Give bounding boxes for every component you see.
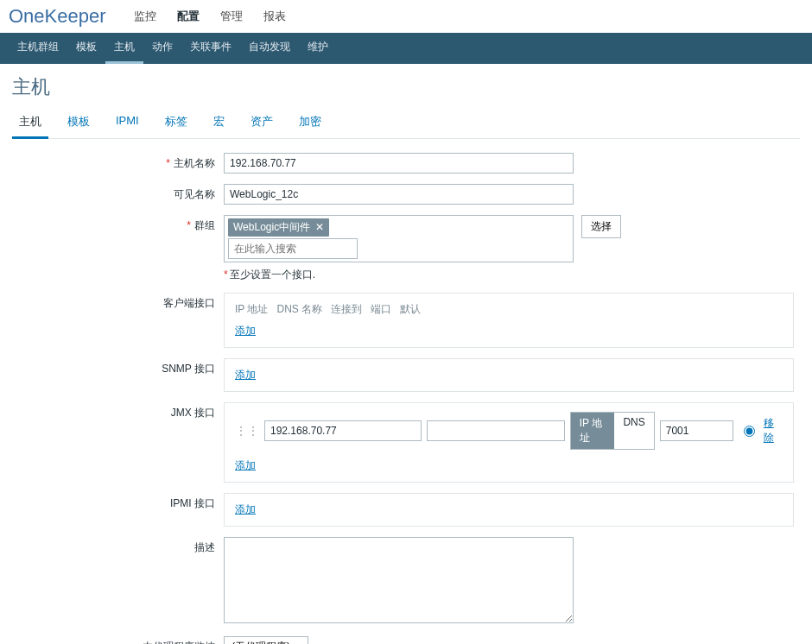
top-menu: 监控 配置 管理 报表	[124, 3, 296, 29]
menu-manage[interactable]: 管理	[210, 3, 253, 29]
page-title: 主机	[0, 64, 812, 107]
label-client-iface: 客户端接口	[12, 293, 224, 311]
subnav-event[interactable]: 关联事件	[181, 33, 240, 64]
visiblename-input[interactable]	[224, 184, 574, 205]
client-iface-panel: IP 地址DNS 名称连接到端口默认 添加	[224, 293, 794, 348]
label-group: *群组	[12, 215, 224, 233]
jmx-iface-add[interactable]: 添加	[235, 459, 256, 471]
jmx-default-radio[interactable]	[744, 426, 755, 437]
tab-template[interactable]: 模板	[60, 107, 97, 138]
subnav-maintain[interactable]: 维护	[299, 33, 337, 64]
description-textarea[interactable]	[224, 537, 574, 623]
subnav-template[interactable]: 模板	[67, 33, 105, 64]
label-snmp-iface: SNMP 接口	[12, 358, 224, 376]
tabs: 主机 模板 IPMI 标签 宏 资产 加密	[12, 107, 800, 139]
group-search-input[interactable]	[228, 238, 358, 259]
ipmi-iface-add[interactable]: 添加	[235, 503, 256, 515]
jmx-iface-panel: ⋮⋮ IP 地址 DNS 移除 添加	[224, 402, 794, 483]
jmx-ip-input[interactable]	[264, 420, 422, 441]
label-visiblename: 可见名称	[12, 184, 224, 202]
menu-config[interactable]: 配置	[167, 3, 210, 29]
label-proxy: 由代理程序监控	[12, 636, 224, 644]
label-ipmi-iface: IPMI 接口	[12, 493, 224, 511]
jmx-row: ⋮⋮ IP 地址 DNS 移除	[235, 412, 783, 450]
jmx-remove-link[interactable]: 移除	[764, 416, 783, 445]
jmx-dns-input[interactable]	[427, 420, 565, 441]
group-tag: WebLogic中间件✕	[228, 218, 329, 237]
tab-host[interactable]: 主机	[12, 107, 48, 139]
connect-toggle: IP 地址 DNS	[570, 412, 655, 450]
subnav-action[interactable]: 动作	[143, 33, 181, 64]
label-jmx-iface: JMX 接口	[12, 402, 224, 420]
tab-macro[interactable]: 宏	[206, 107, 232, 138]
subnav-hostgroup[interactable]: 主机群组	[9, 33, 67, 64]
subnav-discovery[interactable]: 自动发现	[240, 33, 299, 64]
sub-nav: 主机群组 模板 主机 动作 关联事件 自动发现 维护	[0, 33, 812, 64]
toggle-ip[interactable]: IP 地址	[571, 413, 615, 449]
hostname-input[interactable]	[224, 153, 574, 174]
tab-asset[interactable]: 资产	[244, 107, 280, 138]
interface-warning: *至少设置一个接口.	[224, 268, 794, 282]
menu-monitor[interactable]: 监控	[124, 3, 167, 29]
snmp-iface-add[interactable]: 添加	[235, 369, 256, 381]
group-tagbox[interactable]: WebLogic中间件✕	[224, 215, 574, 262]
tab-ipmi[interactable]: IPMI	[109, 107, 146, 138]
proxy-select[interactable]: (无代理程序)	[224, 636, 308, 644]
subnav-host[interactable]: 主机	[105, 33, 143, 64]
client-iface-add[interactable]: 添加	[235, 325, 256, 337]
label-hostname: *主机名称	[12, 153, 224, 171]
label-description: 描述	[12, 537, 224, 555]
iface-header: IP 地址DNS 名称连接到端口默认	[235, 302, 783, 317]
snmp-iface-panel: 添加	[224, 358, 794, 392]
drag-handle-icon[interactable]: ⋮⋮	[235, 424, 259, 438]
tag-remove-icon[interactable]: ✕	[315, 221, 324, 233]
toggle-dns[interactable]: DNS	[614, 413, 653, 449]
tab-tag[interactable]: 标签	[158, 107, 194, 138]
ipmi-iface-panel: 添加	[224, 493, 794, 527]
group-select-button[interactable]: 选择	[581, 215, 621, 238]
menu-report[interactable]: 报表	[253, 3, 296, 29]
jmx-port-input[interactable]	[660, 420, 733, 441]
logo: OneKeeper	[9, 5, 106, 28]
tab-encrypt[interactable]: 加密	[292, 107, 328, 138]
